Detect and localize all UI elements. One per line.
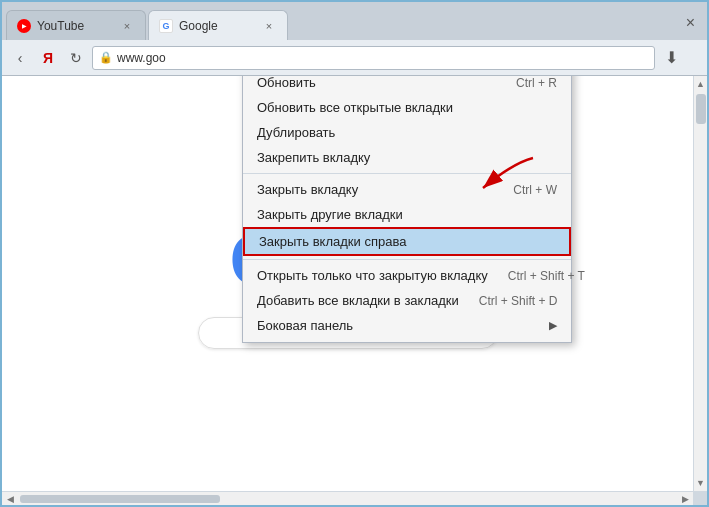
tab-youtube-close[interactable]: × <box>119 18 135 34</box>
scroll-left-button[interactable]: ◀ <box>2 492 18 506</box>
context-menu: Новая вкладка Ctrl + T Обновить Ctrl + R… <box>242 76 572 343</box>
menu-label-refresh: Обновить <box>257 76 316 90</box>
menu-label-sidebar: Боковая панель <box>257 318 353 333</box>
browser-close-button[interactable]: × <box>674 8 707 32</box>
yandex-button[interactable]: Я <box>36 46 60 70</box>
scroll-up-button[interactable]: ▲ <box>694 76 708 92</box>
address-text: www.goo <box>117 51 166 65</box>
address-bar[interactable]: 🔒 www.goo <box>92 46 655 70</box>
browser-frame: YouTube × G Google × × ‹ Я ↻ 🔒 www.goo ⬇… <box>2 2 707 505</box>
youtube-favicon <box>17 19 31 33</box>
lock-icon: 🔒 <box>99 51 113 64</box>
menu-label-duplicate: Дублировать <box>257 125 335 140</box>
menu-item-refresh-all[interactable]: Обновить все открытые вкладки <box>243 95 571 120</box>
menu-label-close-right: Закрыть вкладки справа <box>259 234 406 249</box>
download-button[interactable]: ⬇ <box>659 46 683 70</box>
tab-bar: YouTube × G Google × × <box>2 2 707 40</box>
menu-shortcut-refresh: Ctrl + R <box>516 76 557 90</box>
sidebar-arrow-icon: ▶ <box>549 319 557 332</box>
menu-item-refresh[interactable]: Обновить Ctrl + R <box>243 76 571 95</box>
scroll-thumb-horizontal[interactable] <box>20 495 220 503</box>
menu-item-bookmark-all[interactable]: Добавить все вкладки в закладки Ctrl + S… <box>243 288 571 313</box>
menu-label-close-tab: Закрыть вкладку <box>257 182 358 197</box>
menu-separator-2 <box>243 259 571 260</box>
menu-shortcut-bookmark-all: Ctrl + Shift + D <box>479 294 558 308</box>
menu-label-reopen: Открыть только что закрытую вкладку <box>257 268 488 283</box>
google-favicon: G <box>159 19 173 33</box>
tab-google[interactable]: G Google × <box>148 10 288 40</box>
menu-shortcut-reopen: Ctrl + Shift + T <box>508 269 585 283</box>
scroll-right-button[interactable]: ▶ <box>677 492 693 506</box>
tab-youtube[interactable]: YouTube × <box>6 10 146 40</box>
tab-youtube-title: YouTube <box>37 19 113 33</box>
menu-item-duplicate[interactable]: Дублировать <box>243 120 571 145</box>
menu-item-close-others[interactable]: Закрыть другие вкладки <box>243 202 571 227</box>
menu-label-close-others: Закрыть другие вкладки <box>257 207 403 222</box>
content-area: Google ▲ ▼ Новая вкладка Ctrl + T Обнови… <box>2 76 707 491</box>
bottom-scrollbar: ◀ ▶ <box>2 491 707 505</box>
menu-item-close-tab[interactable]: Закрыть вкладку Ctrl + W <box>243 177 571 202</box>
menu-separator-1 <box>243 173 571 174</box>
scroll-thumb[interactable] <box>696 94 706 124</box>
menu-item-reopen[interactable]: Открыть только что закрытую вкладку Ctrl… <box>243 263 571 288</box>
menu-label-refresh-all: Обновить все открытые вкладки <box>257 100 453 115</box>
menu-shortcut-close-tab: Ctrl + W <box>513 183 557 197</box>
menu-item-sidebar[interactable]: Боковая панель ▶ <box>243 313 571 338</box>
scroll-down-button[interactable]: ▼ <box>694 475 708 491</box>
tab-google-title: Google <box>179 19 255 33</box>
menu-item-pin[interactable]: Закрепить вкладку <box>243 145 571 170</box>
tab-google-close[interactable]: × <box>261 18 277 34</box>
refresh-button[interactable]: ↻ <box>64 46 88 70</box>
menu-label-pin: Закрепить вкладку <box>257 150 370 165</box>
menu-item-close-right[interactable]: Закрыть вкладки справа <box>243 227 571 256</box>
scrollbar-right: ▲ ▼ <box>693 76 707 491</box>
menu-label-bookmark-all: Добавить все вкладки в закладки <box>257 293 459 308</box>
nav-bar: ‹ Я ↻ 🔒 www.goo ⬇ <box>2 40 707 76</box>
back-button[interactable]: ‹ <box>8 46 32 70</box>
